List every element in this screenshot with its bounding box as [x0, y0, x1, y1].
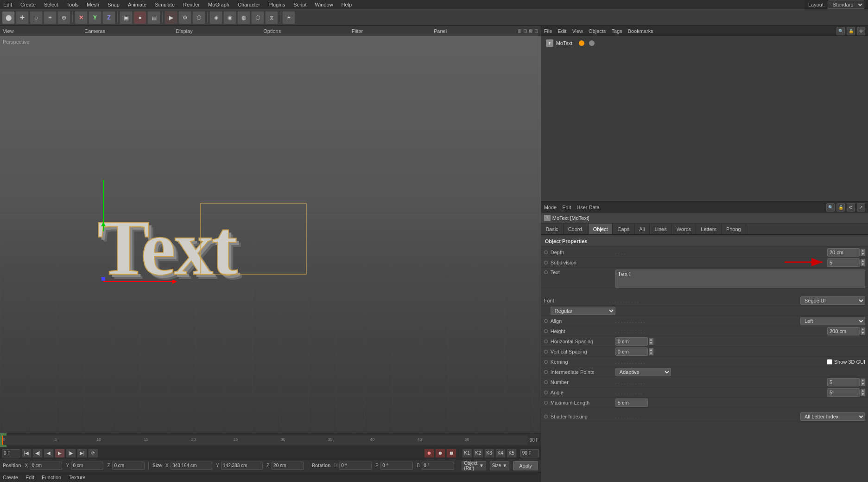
key2-btn[interactable]: K2: [473, 449, 483, 458]
display2-btn[interactable]: ◉: [223, 11, 236, 24]
max-length-input[interactable]: [615, 398, 648, 407]
vp-icon-3[interactable]: ⊠: [529, 28, 532, 33]
menu-tools[interactable]: Tools: [65, 2, 80, 7]
obj-lock-icon[interactable]: 🔒: [847, 27, 855, 35]
y-btn[interactable]: Y: [89, 11, 101, 24]
obj-file-menu[interactable]: File: [544, 28, 552, 34]
height-up-btn[interactable]: ▲: [861, 328, 865, 331]
v-spacing-down-btn[interactable]: ▼: [649, 352, 653, 355]
menu-render[interactable]: Render: [182, 2, 201, 7]
vp-view-menu[interactable]: View: [3, 28, 14, 34]
subdivision-input[interactable]: [827, 258, 860, 267]
pos-y-input[interactable]: [71, 462, 103, 470]
step-back-btn[interactable]: ◀|: [32, 449, 43, 458]
play-back-btn[interactable]: ◀: [44, 449, 54, 458]
text-textarea[interactable]: Text: [615, 270, 865, 288]
mode-select-btn[interactable]: ⬤: [2, 11, 15, 24]
vp-icon-4[interactable]: ⊡: [534, 28, 538, 33]
record-scene-btn[interactable]: ⏹: [446, 449, 456, 458]
menu-create[interactable]: Create: [19, 2, 37, 7]
layout-dropdown[interactable]: Standard: [828, 0, 864, 9]
keyframe-btn[interactable]: ▣: [120, 11, 133, 24]
mode-move-btn[interactable]: ✚: [16, 11, 29, 24]
menu-script[interactable]: Script: [292, 2, 308, 7]
align-select[interactable]: Left Center Right: [800, 317, 865, 325]
apply-button[interactable]: Apply: [513, 461, 538, 470]
angle-input[interactable]: [827, 388, 860, 397]
subdivision-down-btn[interactable]: ▼: [861, 263, 865, 266]
pos-x-input[interactable]: [30, 462, 62, 470]
vp-filter-menu[interactable]: Filter: [352, 28, 363, 34]
number-up-btn[interactable]: ▲: [861, 379, 865, 382]
mode-scale-btn[interactable]: +: [44, 11, 57, 24]
menu-animate[interactable]: Animate: [127, 2, 148, 7]
attr-search-icon[interactable]: 🔍: [826, 203, 835, 212]
record-selected-btn[interactable]: ⏺: [435, 449, 445, 458]
viewport-canvas[interactable]: Perspective Text: [0, 36, 541, 433]
menu-simulate[interactable]: Simulate: [153, 2, 176, 7]
size-dropdown[interactable]: Size ▼: [490, 461, 509, 470]
menu-plugins[interactable]: Plugins: [267, 2, 286, 7]
render-settings-btn[interactable]: ⚙: [178, 11, 191, 24]
vp-icon-1[interactable]: ⊞: [518, 28, 521, 33]
key4-btn[interactable]: K4: [495, 449, 506, 458]
obj-view-menu[interactable]: View: [572, 28, 583, 34]
angle-down-btn[interactable]: ▼: [861, 392, 865, 396]
z-btn[interactable]: Z: [102, 11, 115, 24]
menu-mograph[interactable]: MoGraph: [207, 2, 231, 7]
obj-edit-menu[interactable]: Edit: [558, 28, 566, 34]
tab-all[interactable]: All: [634, 224, 650, 234]
play-forward-btn[interactable]: ▶: [55, 449, 65, 458]
height-down-btn[interactable]: ▼: [861, 331, 865, 335]
vp-icon-2[interactable]: ⊟: [523, 28, 527, 33]
end-frame-input[interactable]: [520, 449, 539, 457]
key3-btn[interactable]: K3: [484, 449, 494, 458]
obj-bookmarks-menu[interactable]: Bookmarks: [628, 28, 653, 34]
create-item[interactable]: Create: [3, 475, 18, 480]
height-input[interactable]: [827, 327, 860, 335]
obj-tags-menu[interactable]: Tags: [611, 28, 622, 34]
display-btn[interactable]: ◈: [209, 11, 222, 24]
depth-input[interactable]: [827, 248, 860, 257]
tab-letters[interactable]: Letters: [696, 224, 722, 234]
obj-objects-menu[interactable]: Objects: [589, 28, 606, 34]
menu-window[interactable]: Window: [313, 2, 334, 7]
attr-lock-icon[interactable]: 🔒: [836, 203, 845, 212]
display5-btn[interactable]: ⧖: [265, 11, 278, 24]
jump-to-end-btn[interactable]: ▶|: [77, 449, 87, 458]
record-btn[interactable]: ●: [133, 11, 146, 24]
font-select[interactable]: Segoe UI: [800, 296, 865, 305]
attr-edit-menu[interactable]: Edit: [562, 205, 571, 210]
size-x-input[interactable]: [171, 462, 212, 470]
mode-rotate-btn[interactable]: ○: [30, 11, 43, 24]
tab-object[interactable]: Object: [589, 224, 613, 234]
function-item[interactable]: Function: [42, 475, 61, 480]
step-forward-btn[interactable]: |▶: [66, 449, 76, 458]
obj-settings-icon[interactable]: ⚙: [857, 27, 865, 35]
display3-btn[interactable]: ◍: [237, 11, 250, 24]
vp-options-menu[interactable]: Options: [263, 28, 281, 34]
texture-item[interactable]: Texture: [69, 475, 85, 480]
display4-btn[interactable]: ⬡: [251, 11, 264, 24]
menu-character[interactable]: Character: [236, 2, 261, 7]
attr-mode-menu[interactable]: Mode: [544, 205, 557, 210]
size-y-input[interactable]: [221, 462, 263, 470]
record-btn[interactable]: ⏺: [424, 449, 434, 458]
v-spacing-input[interactable]: [615, 347, 648, 356]
timeline-btn[interactable]: ▤: [147, 11, 160, 24]
h-spacing-down-btn[interactable]: ▼: [649, 341, 653, 345]
tab-basic[interactable]: Basic: [541, 224, 564, 234]
attr-userdata-menu[interactable]: User Data: [577, 205, 600, 210]
tab-coord[interactable]: Coord.: [564, 224, 589, 234]
depth-up-btn[interactable]: ▲: [861, 249, 865, 252]
menu-edit[interactable]: Edit: [2, 2, 13, 7]
loop-btn[interactable]: ⟳: [88, 449, 98, 458]
edit-item[interactable]: Edit: [25, 475, 34, 480]
timeline-ruler[interactable]: 0 5 10 15 20 25 30 35 40 45 50: [2, 436, 528, 445]
attr-settings-icon[interactable]: ⚙: [847, 203, 855, 212]
angle-up-btn[interactable]: ▲: [861, 389, 865, 392]
vp-panel-menu[interactable]: Panel: [434, 28, 447, 34]
current-frame-input[interactable]: [2, 449, 20, 457]
rot-h-input[interactable]: [339, 462, 372, 470]
shader-select[interactable]: All Letter Index Word Index Line Index: [800, 412, 865, 421]
